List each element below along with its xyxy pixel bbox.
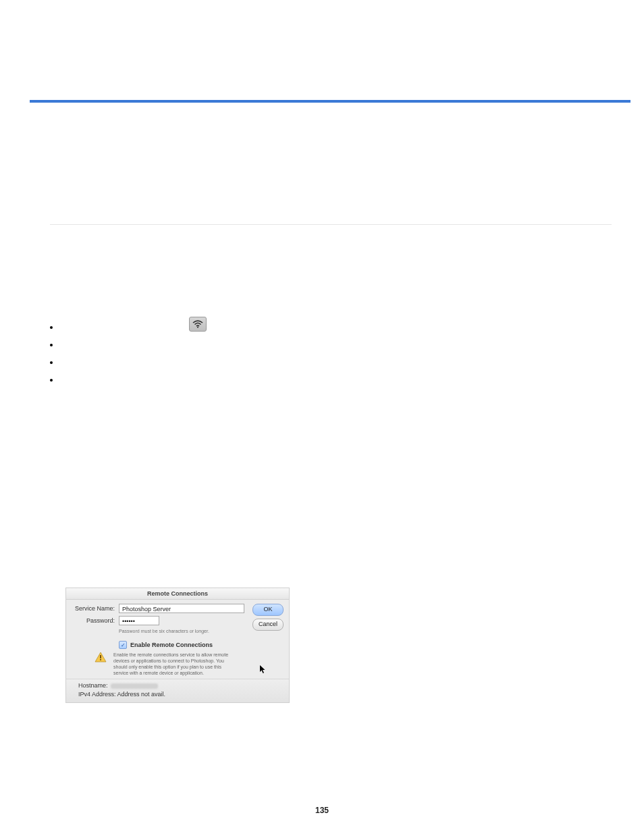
ipv4-label: IPv4 Address: — [78, 691, 116, 698]
service-name-input[interactable]: Photoshop Server — [119, 604, 244, 613]
password-input[interactable]: •••••• — [119, 616, 159, 625]
header-rule — [30, 100, 630, 103]
dialog-footer: Hostname: IPv4 Address: Address not avai… — [66, 679, 289, 702]
bullet-item — [50, 336, 65, 354]
bullet-dot — [50, 361, 53, 364]
bullet-item — [50, 354, 65, 371]
password-label: Password: — [72, 617, 119, 624]
svg-point-0 — [197, 326, 198, 328]
service-name-label: Service Name: — [72, 605, 119, 612]
bullet-item — [50, 371, 65, 389]
warning-icon — [95, 652, 107, 662]
ok-button[interactable]: OK — [252, 604, 284, 616]
enable-remote-label: Enable Remote Connections — [130, 642, 213, 648]
page-number: 135 — [0, 806, 644, 815]
cursor-icon — [259, 664, 266, 676]
bullet-item — [50, 319, 65, 336]
ipv4-value: Address not avail. — [117, 691, 166, 698]
warning-text: Enable the remote connections service to… — [113, 652, 235, 676]
enable-remote-checkbox[interactable]: ✓ — [119, 641, 127, 649]
bullet-dot — [50, 379, 53, 382]
hostname-label: Hostname: — [78, 682, 108, 689]
section-rule — [50, 224, 612, 225]
bullet-dot — [50, 326, 53, 329]
remote-connections-dialog: Remote Connections OK Cancel Service Nam… — [65, 588, 290, 703]
bullet-list — [50, 319, 65, 389]
wifi-icon — [189, 317, 207, 332]
bullet-dot — [50, 344, 53, 346]
svg-rect-1 — [100, 655, 101, 658]
svg-rect-2 — [100, 659, 101, 660]
cancel-button[interactable]: Cancel — [252, 619, 284, 631]
dialog-title: Remote Connections — [66, 588, 289, 600]
hostname-value-redacted — [111, 683, 158, 689]
